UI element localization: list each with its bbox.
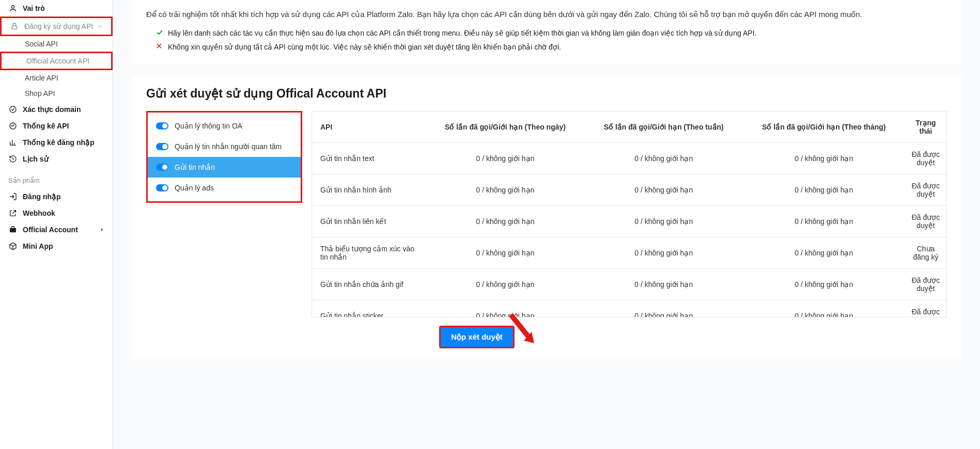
toggle-ads[interactable]: Quản lý ads [148,178,301,198]
submit-button[interactable]: Nộp xét duyệt [439,326,515,348]
th-day: Số lần đã gọi/Giới hạn (Theo ngày) [426,111,585,143]
cell-limit: 0 / không giới hạn [743,206,906,237]
sidebar-label: Official Account [23,226,99,234]
chevron-right-icon [99,227,104,232]
cell-status: Đã được duyệt [905,300,946,318]
cell-limit: 0 / không giới hạn [743,269,906,300]
cell-api: Gửi tin nhắn chứa ảnh gif [312,269,426,300]
submit-wrap: Nộp xét duyệt [113,326,947,348]
toggle-label: Quản lý ads [175,184,214,192]
sidebar-item-login[interactable]: Đăng nhập [0,188,113,205]
toggle-label: Quản lý thông tin OA [175,122,242,130]
table-row: Thả biểu tượng cảm xúc vào tin nhắn0 / k… [312,237,946,269]
sidebar-item-role[interactable]: Vai trò [0,0,113,17]
sidebar-label: Thống kê API [23,122,104,130]
api-table: API Số lần đã gọi/Giới hạn (Theo ngày) S… [312,111,946,317]
sidebar-section-product: Sản phẩm [0,167,113,188]
cell-limit: 0 / không giới hạn [585,174,743,206]
intro-bad-text: Không xin quyền sử dụng tất cả API cùng … [168,40,561,54]
cell-limit: 0 / không giới hạn [585,206,743,237]
sidebar-item-official-account[interactable]: Official Account [0,221,113,238]
sidebar-item-article-api[interactable]: Article API [0,70,113,86]
sidebar-item-webhook[interactable]: Webhook [0,205,113,221]
intro-card: Để có trải nghiệm tốt nhất khi tích hợp … [132,0,961,64]
dashboard-icon [8,121,18,131]
sidebar-item-social-api[interactable]: Social API [0,36,113,52]
intro-bad: Không xin quyền sử dụng tất cả API cùng … [146,40,947,54]
cell-api: Gửi tin nhắn sticker [312,300,426,318]
cube-icon [8,242,18,251]
th-month: Số lần đã gọi/Giới hạn (Theo tháng) [743,111,906,143]
cell-limit: 0 / không giới hạn [585,269,743,300]
toggle-oa-info[interactable]: Quản lý thông tin OA [148,116,301,136]
sidebar-label: Mini App [23,242,104,250]
cell-limit: 0 / không giới hạn [585,143,743,174]
toggle-label: Gửi tin nhắn [175,163,215,171]
intro-text: Để có trải nghiệm tốt nhất khi tích hợp … [146,7,947,21]
cell-limit: 0 / không giới hạn [426,206,585,237]
switch-icon[interactable] [156,122,168,130]
sidebar-item-history[interactable]: Lịch sử [0,151,113,167]
cell-api: Gửi tin nhắn text [312,143,426,174]
switch-icon[interactable] [156,184,168,191]
cell-status: Đã được duyệt [905,206,946,237]
intro-good: Hãy lên danh sách các tác vụ cần thực hi… [146,26,947,40]
user-icon [8,4,18,13]
svg-point-0 [11,6,14,8]
intro-good-text: Hãy lên danh sách các tác vụ cần thực hi… [168,26,756,40]
sidebar-item-stats-login[interactable]: Thống kê đăng nhập [0,134,113,151]
cell-status: Đã được duyệt [905,174,946,206]
external-link-icon [8,209,18,218]
sidebar-item-mini-app[interactable]: Mini App [0,238,113,254]
cross-icon [155,42,164,51]
cell-limit: 0 / không giới hạn [426,237,585,269]
table-row: Gửi tin nhắn hình ảnh0 / không giới hạn0… [312,174,946,206]
sidebar-label: Lịch sử [23,155,104,163]
sidebar-label: Thống kê đăng nhập [23,138,104,147]
cell-limit: 0 / không giới hạn [743,143,906,174]
table-row: Gửi tin nhắn liên kết0 / không giới hạn0… [312,206,946,237]
sidebar-label: Official Account API [26,57,103,65]
cell-limit: 0 / không giới hạn [426,269,585,300]
api-table-wrap[interactable]: API Số lần đã gọi/Giới hạn (Theo ngày) S… [312,111,947,317]
th-status: Trạng thái [905,111,946,143]
sidebar-item-verify-domain[interactable]: Xác thực domain [0,101,113,118]
sidebar-label: Xác thực domain [23,105,104,114]
main-content: Để có trải nghiệm tốt nhất khi tích hợp … [113,0,980,449]
bar-chart-icon [8,138,18,147]
cell-limit: 0 / không giới hạn [743,237,906,269]
switch-icon[interactable] [156,164,168,171]
sidebar-label: Article API [25,74,104,82]
briefcase-icon [8,225,18,234]
sidebar-item-official-account-api[interactable]: Official Account API [0,52,113,70]
toggle-send-msg[interactable]: Gửi tin nhắn [148,157,301,178]
toggle-follower-msg[interactable]: Quản lý tin nhắn người quan tâm [148,136,301,157]
sidebar-label: Đăng ký sử dụng API [24,22,97,30]
table-row: Gửi tin nhắn text0 / không giới hạn0 / k… [312,143,946,174]
chevron-down-icon [97,23,103,29]
check-icon [155,28,164,37]
cell-limit: 0 / không giới hạn [743,300,906,318]
svg-rect-1 [12,26,17,29]
sidebar-item-stats-api[interactable]: Thống kê API [0,118,113,134]
sidebar-item-shop-api[interactable]: Shop API [0,86,113,101]
table-row: Gửi tin nhắn chứa ảnh gif0 / không giới … [312,269,946,300]
th-week: Số lần đã gọi/Giới hạn (Theo tuần) [585,111,743,143]
check-circle-icon [8,105,18,114]
cell-limit: 0 / không giới hạn [426,174,585,206]
switch-icon[interactable] [156,143,168,150]
sidebar-label: Social API [25,40,104,48]
cell-api: Thả biểu tượng cảm xúc vào tin nhắn [312,237,426,269]
cell-status: Đã được duyệt [905,143,946,174]
review-card: Gửi xét duyệt sử dụng Offical Account AP… [132,76,961,359]
toggle-label: Quản lý tin nhắn người quan tâm [175,142,282,151]
cell-limit: 0 / không giới hạn [585,237,743,269]
sidebar-item-register-api[interactable]: Đăng ký sử dụng API [0,17,113,36]
cell-status: Chưa đăng ký [905,237,946,269]
cell-limit: 0 / không giới hạn [585,300,743,318]
cell-api: Gửi tin nhắn hình ảnh [312,174,426,206]
th-api: API [312,111,426,143]
table-row: Gửi tin nhắn sticker0 / không giới hạn0 … [312,300,946,318]
lock-icon [10,22,19,31]
cell-limit: 0 / không giới hạn [426,143,585,174]
